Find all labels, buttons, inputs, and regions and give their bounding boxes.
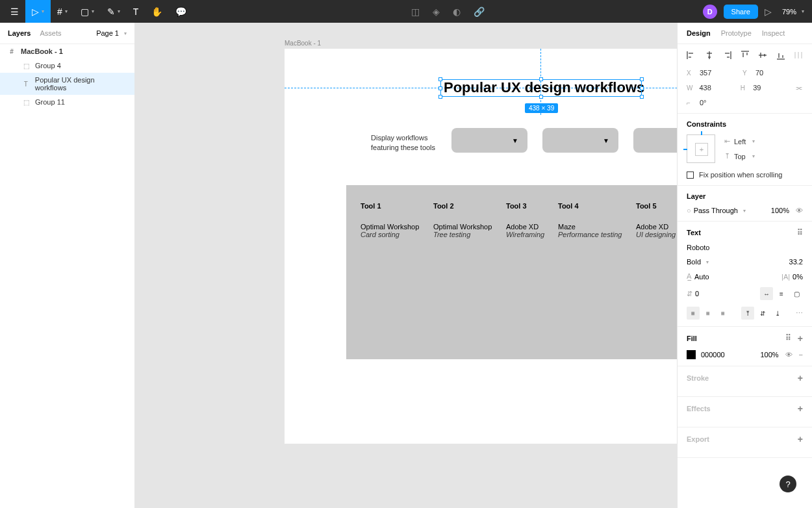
resize-handle[interactable] <box>640 95 644 99</box>
frame-tool-button[interactable]: #▾ <box>51 0 74 23</box>
letter-spacing-input[interactable]: |A|0% <box>781 273 803 281</box>
text-align-middle-button[interactable]: ⇵ <box>756 307 769 320</box>
mask-icon[interactable]: ◐ <box>453 6 461 17</box>
edit-object-icon[interactable]: ◫ <box>411 6 420 17</box>
resize-handle[interactable] <box>640 77 644 81</box>
selection-box[interactable] <box>440 79 642 97</box>
tool-dropdown-1[interactable]: ▼ <box>451 128 527 153</box>
text-style-icon[interactable]: ⠿ <box>797 228 803 237</box>
align-right-icon[interactable] <box>722 51 731 60</box>
resize-handle[interactable] <box>438 77 442 81</box>
y-label: Y <box>742 70 752 77</box>
align-vcenter-icon[interactable] <box>758 51 767 60</box>
constraint-h-select[interactable]: ⇤Left▾ <box>724 137 755 146</box>
table-header: Tool 2 <box>433 202 506 210</box>
share-button[interactable]: Share <box>724 5 758 19</box>
canvas[interactable]: MacBook - 1 Popular UX design workflows … <box>135 23 677 508</box>
shape-tool-button[interactable]: ▢▾ <box>74 0 101 23</box>
resize-handle[interactable] <box>438 95 442 99</box>
fill-hex-input[interactable]: 000000 <box>701 351 725 359</box>
layer-frame-row[interactable]: # MacBook - 1 <box>0 44 134 58</box>
workflow-table: Tool 1 Tool 2 Tool 3 Tool 4 Tool 5 # of … <box>346 185 677 359</box>
page-selector[interactable]: Page 1▾ <box>96 29 127 37</box>
checkbox-icon <box>687 171 694 179</box>
x-label: X <box>687 70 696 77</box>
cell-sub: UI designing <box>636 231 677 238</box>
text-align-left-button[interactable]: ≡ <box>687 307 700 320</box>
cell-sub: Tree testing <box>433 231 506 238</box>
cell-tool: Optimal Workshop <box>361 223 433 231</box>
layer-row[interactable]: ⬚ Group 11 <box>0 95 134 109</box>
add-fill-button[interactable]: + <box>798 333 803 344</box>
zoom-dropdown[interactable]: 79%▾ <box>778 8 808 16</box>
blend-mode-select[interactable]: ○Pass Through▾ <box>687 207 746 214</box>
constraint-v-select[interactable]: ⤒Top▾ <box>724 152 755 160</box>
fill-opacity-input[interactable]: 100% <box>760 351 778 359</box>
move-tool-button[interactable]: ▷▾ <box>25 0 51 23</box>
align-hcenter-icon[interactable] <box>705 51 714 60</box>
visibility-icon[interactable]: 👁 <box>796 207 803 214</box>
inspect-tab[interactable]: Inspect <box>762 29 785 37</box>
main-menu-button[interactable]: ☰ <box>4 0 25 23</box>
hand-tool-button[interactable]: ✋ <box>145 0 169 23</box>
align-left-icon[interactable] <box>687 51 696 60</box>
resize-handle[interactable] <box>539 77 543 81</box>
fix-scroll-checkbox[interactable]: Fix position when scrolling <box>687 171 803 179</box>
text-align-bottom-button[interactable]: ⤓ <box>771 307 784 320</box>
user-avatar[interactable]: D <box>703 5 717 19</box>
text-align-center-button[interactable]: ≡ <box>702 307 715 320</box>
add-stroke-button[interactable]: + <box>798 373 803 383</box>
distribute-icon[interactable] <box>794 51 803 60</box>
align-bottom-icon[interactable] <box>776 51 785 60</box>
component-icon[interactable]: ◈ <box>433 6 440 17</box>
fixed-size-button[interactable]: ▢ <box>790 287 803 300</box>
h-input[interactable]: 39 <box>753 84 790 92</box>
design-tab[interactable]: Design <box>687 29 711 37</box>
cell-tool: Adobe XD <box>506 223 558 231</box>
text-align-top-button[interactable]: ⤒ <box>741 307 754 320</box>
type-details-button[interactable]: ⋯ <box>796 309 803 318</box>
layer-label: Group 4 <box>35 62 61 70</box>
font-family-select[interactable]: Roboto <box>687 244 803 251</box>
font-size-input[interactable]: 33.2 <box>789 258 803 266</box>
resize-handle[interactable] <box>539 95 543 99</box>
help-button[interactable]: ? <box>780 476 796 492</box>
tool-dropdown-2[interactable]: ▼ <box>542 128 618 153</box>
comment-tool-button[interactable]: 💬 <box>169 0 193 23</box>
layer-row[interactable]: ⬚ Group 4 <box>0 58 134 73</box>
tool-dropdown-3[interactable]: ▼ <box>633 128 677 153</box>
auto-height-button[interactable]: ≡ <box>775 287 788 300</box>
rotation-input[interactable]: 0° <box>700 99 739 107</box>
pen-tool-button[interactable]: ✎▾ <box>101 0 127 23</box>
layer-opacity-input[interactable]: 100% <box>771 207 789 214</box>
auto-width-button[interactable]: ↔ <box>760 287 773 300</box>
fill-color-swatch[interactable] <box>687 350 696 359</box>
constraint-widget[interactable]: + <box>687 134 715 163</box>
paragraph-spacing-input[interactable]: ⇵0 <box>687 290 699 298</box>
visibility-icon[interactable]: 👁 <box>785 351 793 359</box>
chevron-down-icon: ▾ <box>42 8 44 14</box>
resize-handle[interactable] <box>438 86 442 90</box>
frame-label[interactable]: MacBook - 1 <box>285 40 321 47</box>
x-input[interactable]: 357 <box>700 69 739 77</box>
remove-fill-button[interactable]: − <box>799 351 803 359</box>
layers-tab[interactable]: Layers <box>8 29 31 37</box>
y-input[interactable]: 70 <box>755 69 794 77</box>
add-effect-button[interactable]: + <box>798 403 803 414</box>
link-icon[interactable]: 🔗 <box>474 6 485 17</box>
align-top-icon[interactable] <box>741 51 750 60</box>
line-height-input[interactable]: A̲Auto <box>687 272 709 281</box>
resize-handle[interactable] <box>640 86 644 90</box>
present-button[interactable]: ▷ <box>765 6 772 17</box>
chevron-down-icon: ▾ <box>65 8 68 14</box>
layer-row-selected[interactable]: T Popular UX design workflows <box>0 73 134 95</box>
prototype-tab[interactable]: Prototype <box>721 29 752 37</box>
assets-tab[interactable]: Assets <box>40 29 61 37</box>
fill-style-icon[interactable]: ⠿ <box>785 333 791 344</box>
font-weight-select[interactable]: Bold▾ <box>687 258 709 266</box>
add-export-button[interactable]: + <box>798 434 803 444</box>
text-align-right-button[interactable]: ≡ <box>717 307 730 320</box>
constrain-proportions-icon[interactable]: ⫘ <box>794 83 803 92</box>
text-tool-button[interactable]: T <box>127 0 146 23</box>
w-input[interactable]: 438 <box>699 84 736 92</box>
